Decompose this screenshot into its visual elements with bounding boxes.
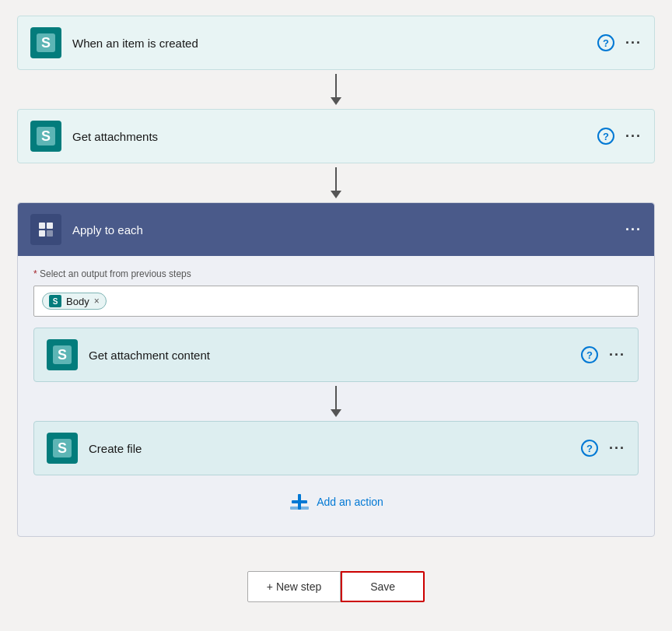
help-icon-get-attachments[interactable]: ? (597, 128, 614, 145)
apply-each-body: * Select an output from previous steps S… (18, 256, 654, 536)
token-icon: S (49, 295, 61, 307)
select-output-label: * Select an output from previous steps (33, 268, 639, 279)
help-icon-create-file[interactable]: ? (581, 440, 598, 457)
flow-container: S When an item is created ? ··· S Get at… (17, 16, 655, 602)
more-menu-create-file[interactable]: ··· (609, 440, 625, 457)
add-action-button[interactable]: Add an action (273, 483, 399, 521)
bottom-bar: + New step Save (17, 571, 655, 602)
step-icon-get-attachment-content: S (47, 339, 78, 370)
help-icon-get-attachment-content[interactable]: ? (581, 346, 598, 363)
step-get-attachments: S Get attachments ? ··· (17, 109, 655, 163)
step-icon-get-attachments: S (30, 121, 61, 152)
step-label-when-item-created: When an item is created (72, 37, 597, 50)
token-label: Body (66, 296, 89, 307)
svg-rect-1 (47, 223, 53, 229)
token-remove[interactable]: × (94, 296, 100, 307)
step-label-get-attachments: Get attachments (72, 130, 597, 143)
apply-each-icon (30, 214, 61, 245)
loop-icon (37, 221, 54, 238)
add-action-label: Add an action (317, 496, 383, 508)
help-icon-when-item-created[interactable]: ? (597, 34, 614, 51)
more-menu-get-attachments[interactable]: ··· (625, 128, 642, 145)
step-actions-get-attachments: ? ··· (597, 128, 642, 145)
arrow-1 (331, 70, 341, 109)
more-menu-when-item-created[interactable]: ··· (625, 35, 642, 51)
add-action-svg-icon (289, 491, 310, 513)
more-menu-get-attachment-content[interactable]: ··· (609, 347, 625, 363)
inner-steps: S Get attachment content ? ··· (33, 328, 639, 521)
new-step-button[interactable]: + New step (247, 571, 341, 602)
step-icon-create-file: S (47, 433, 78, 464)
apply-to-each-container: Apply to each ··· * Select an output fro… (17, 202, 655, 537)
step-when-item-created: S When an item is created ? ··· (17, 16, 655, 70)
step-actions-when-item-created: ? ··· (597, 34, 642, 51)
step-get-attachment-content: S Get attachment content ? ··· (33, 328, 639, 382)
arrow-2 (331, 163, 341, 202)
more-menu-apply-each[interactable]: ··· (625, 222, 642, 238)
step-label-create-file: Create file (89, 442, 581, 455)
apply-each-label: Apply to each (72, 223, 625, 237)
arrow-inner-1 (331, 382, 341, 421)
svg-rect-0 (39, 223, 45, 229)
body-token: S Body × (42, 293, 107, 310)
step-icon-when-item-created: S (30, 27, 61, 58)
step-actions-get-attachment-content: ? ··· (581, 346, 625, 363)
step-create-file: S Create file ? ··· (33, 421, 639, 475)
add-action-icon (289, 491, 310, 513)
apply-each-header: Apply to each ··· (18, 203, 654, 256)
step-actions-create-file: ? ··· (581, 440, 625, 457)
save-button[interactable]: Save (341, 571, 425, 602)
token-input[interactable]: S Body × (33, 286, 639, 317)
svg-rect-3 (47, 230, 53, 237)
svg-rect-2 (39, 230, 45, 237)
svg-rect-6 (290, 507, 309, 510)
step-label-get-attachment-content: Get attachment content (89, 349, 581, 362)
